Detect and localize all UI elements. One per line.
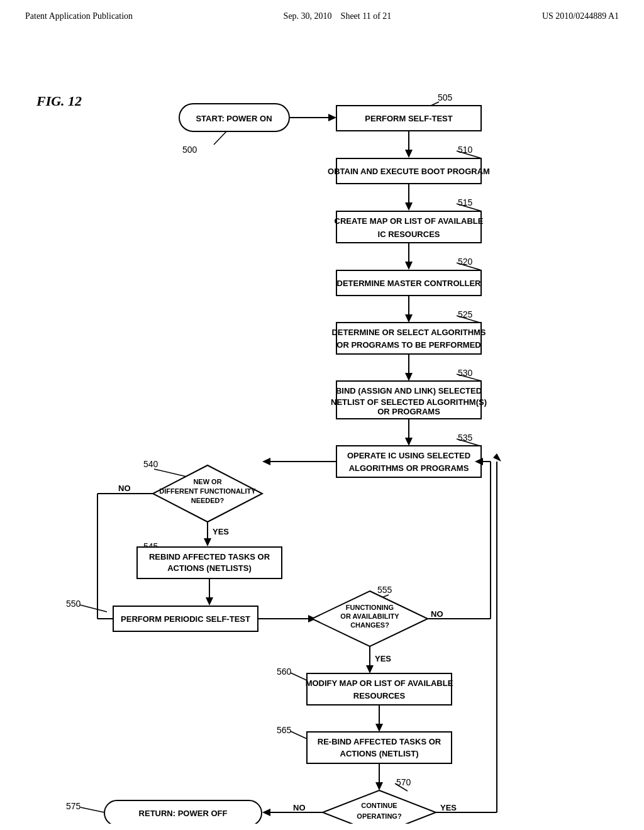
ref550-leader	[80, 605, 107, 612]
label-540a: NEW OR	[193, 478, 221, 485]
ref-500: 500	[182, 145, 197, 155]
label-no-540: NO	[118, 484, 131, 493]
ref500-leader	[214, 131, 226, 145]
ref-540: 540	[143, 459, 158, 469]
label-530c: OR PROGRAMS	[377, 407, 440, 416]
label-555a: FUNCTIONING	[346, 604, 394, 611]
label-565a: RE-BIND AFFECTED TASKS OR	[318, 737, 441, 746]
arrowhead-560	[366, 665, 374, 673]
label-540c: NEEDED?	[191, 497, 225, 504]
label-535a: OPERATE IC USING SELECTED	[347, 451, 470, 460]
label-530a: BIND (ASSIGN AND LINK) SELECTED	[336, 386, 482, 396]
label-505: PERFORM SELF-TEST	[365, 114, 452, 123]
label-535b: ALGORITHMS OR PROGRAMS	[349, 463, 469, 473]
ref560-leader	[291, 673, 307, 680]
label-yes-555: YES	[375, 654, 391, 663]
arrowhead-550	[206, 597, 213, 606]
label-525a: DETERMINE OR SELECT ALGORITHMS	[331, 328, 486, 337]
label-no-555: NO	[431, 609, 443, 619]
arrowhead-520	[405, 262, 413, 270]
header-center: Sep. 30, 2010 Sheet 11 of 21	[284, 11, 392, 21]
arrowhead-505	[328, 114, 336, 121]
label-510: OBTAIN AND EXECUTE BOOT PROGRAM	[328, 167, 490, 176]
arrowhead-570	[375, 782, 383, 790]
ref575-leader	[80, 807, 104, 812]
arrowhead-540	[262, 458, 270, 465]
label-yes-540: YES	[213, 527, 229, 536]
arrowhead-570-yes	[493, 453, 501, 462]
label-yes-570: YES	[440, 803, 457, 812]
label-565b: ACTIONS (NETLIST)	[340, 749, 419, 758]
ref-575: 575	[66, 801, 81, 811]
header-right: US 2010/0244889 A1	[542, 11, 619, 21]
label-550: PERFORM PERIODIC SELF-TEST	[121, 614, 250, 624]
arrowhead-510	[405, 150, 413, 158]
label-545b: ACTIONS (NETLISTS)	[167, 563, 252, 573]
ref-565: 565	[277, 725, 292, 735]
start-label: START: POWER ON	[196, 114, 272, 123]
arrowhead-575	[262, 809, 270, 816]
ref-555: 555	[377, 585, 392, 595]
ref-505: 505	[438, 92, 453, 102]
arrowhead-545	[204, 538, 211, 546]
arrowhead-530	[405, 373, 413, 381]
label-570b: OPERATING?	[357, 812, 402, 820]
label-545a: REBIND AFFECTED TASKS OR	[149, 552, 270, 562]
header-left: Patent Application Publication	[25, 11, 133, 21]
label-560a: MODIFY MAP OR LIST OF AVAILABLE	[306, 678, 453, 688]
label-570a: CONTINUE	[361, 802, 397, 809]
label-515a: CREATE MAP OR LIST OF AVAILABLE	[335, 216, 484, 226]
flowchart-svg: START: POWER ON 500 505 PERFORM SELF-TES…	[0, 82, 644, 824]
label-520: DETERMINE MASTER CONTROLLER	[337, 279, 482, 288]
label-575: RETURN: POWER OFF	[139, 809, 228, 818]
label-560b: RESOURCES	[353, 691, 406, 700]
sheet-info: Sheet 11 of 21	[341, 11, 392, 21]
label-540b: DIFFERENT FUNCTIONALITY	[159, 487, 256, 495]
ref565-leader	[291, 731, 307, 739]
ref-550: 550	[66, 599, 81, 609]
page-header: Patent Application Publication Sep. 30, …	[0, 0, 644, 21]
arrowhead-565	[375, 724, 383, 732]
arrowhead-515	[405, 202, 413, 211]
label-515b: IC RESOURCES	[378, 230, 440, 239]
ref-560: 560	[277, 667, 292, 677]
label-555c: CHANGES?	[350, 621, 389, 629]
arrowhead-535	[405, 438, 413, 446]
label-no-570: NO	[293, 803, 306, 812]
pub-date: Sep. 30, 2010	[284, 11, 332, 21]
patent-number: US 2010/0244889 A1	[542, 11, 619, 21]
arrowhead-525	[405, 314, 413, 323]
label-525b: OR PROGRAMS TO BE PERFORMED	[336, 340, 480, 350]
label-530b: NETLIST OF SELECTED ALGORITHM(S)	[331, 397, 487, 407]
publication-label: Patent Application Publication	[25, 11, 133, 21]
label-555b: OR AVAILABILITY	[340, 612, 399, 620]
